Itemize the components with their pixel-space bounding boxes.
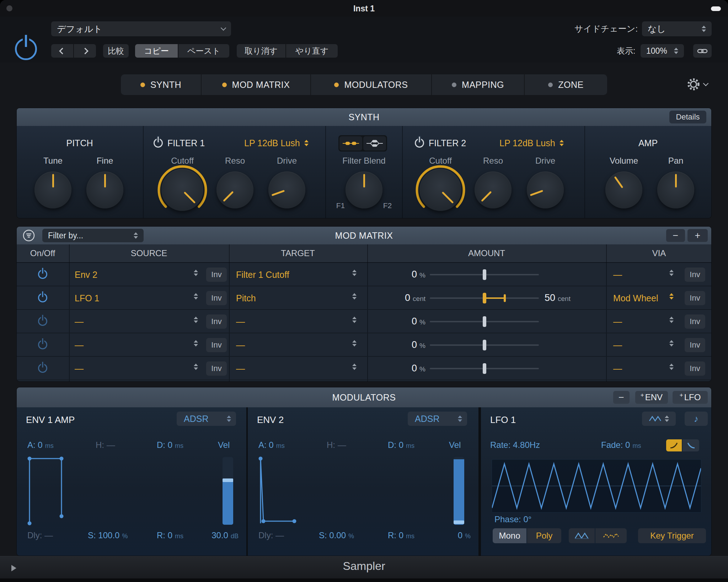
add-lfo-button[interactable]: +LFO <box>673 391 708 404</box>
volume-knob[interactable] <box>605 171 642 208</box>
tab-mapping[interactable]: MAPPING <box>432 74 525 95</box>
filter1-reso-knob[interactable] <box>216 171 253 208</box>
filter-parallel-button[interactable] <box>363 136 386 150</box>
filter1-type-select[interactable]: LP 12dB Lush <box>244 136 309 150</box>
sidechain-select[interactable]: なし <box>642 21 712 36</box>
source-select[interactable]: — <box>75 333 84 357</box>
env2-vel-amount[interactable]: 0% <box>458 530 471 540</box>
lfo-rate[interactable]: Rate: 4.80Hz <box>490 440 540 450</box>
lfo-shape-b-button[interactable] <box>595 528 627 543</box>
filter-list-button[interactable] <box>22 229 35 243</box>
filter-blend-knob[interactable] <box>346 171 382 208</box>
row-power-button[interactable] <box>38 364 47 374</box>
stepper-icon[interactable] <box>194 270 198 276</box>
via-select[interactable]: — <box>613 310 622 333</box>
stepper-icon[interactable] <box>669 340 674 346</box>
amount-slider[interactable] <box>430 344 539 346</box>
slider-thumb[interactable] <box>483 340 486 350</box>
tab-enabled-dot[interactable] <box>222 83 227 87</box>
filter2-type-select[interactable]: LP 12dB Lush <box>499 136 564 150</box>
tab-enabled-dot[interactable] <box>334 83 339 87</box>
stepper-icon[interactable] <box>669 364 674 370</box>
stepper-icon[interactable] <box>669 270 674 276</box>
target-select[interactable]: — <box>236 357 245 380</box>
env1-sustain[interactable]: S: 100.0% <box>88 530 128 540</box>
stepper-icon[interactable] <box>669 317 674 323</box>
fade-in-button[interactable] <box>666 439 682 451</box>
env1-vel-slider[interactable] <box>223 457 233 525</box>
filter-by-select[interactable]: Filter by... <box>42 229 144 242</box>
tune-knob[interactable] <box>34 171 71 208</box>
stepper-icon[interactable] <box>352 270 357 276</box>
env2-attack[interactable]: A: 0ms <box>258 440 285 450</box>
remove-row-button[interactable]: − <box>666 229 685 242</box>
amount-range-slider[interactable] <box>430 297 539 299</box>
env2-sustain[interactable]: S: 0.00% <box>319 530 354 540</box>
amount-slider[interactable] <box>430 274 539 275</box>
source-invert-button[interactable]: Inv <box>206 291 227 305</box>
add-env-button[interactable]: +ENV <box>635 391 668 404</box>
filter1-drive-knob[interactable] <box>268 171 305 208</box>
window-close-dot[interactable] <box>6 5 12 11</box>
stepper-icon[interactable] <box>352 293 357 300</box>
filter-series-button[interactable] <box>339 136 362 150</box>
zoom-select[interactable]: 100% <box>641 44 684 58</box>
source-select[interactable]: — <box>75 357 84 380</box>
copy-button[interactable]: コピー <box>135 44 178 58</box>
via-select[interactable]: — <box>613 357 622 380</box>
filter2-cutoff-knob[interactable] <box>419 169 461 211</box>
env1-delay[interactable]: Dly: — <box>27 530 53 540</box>
env1-mode-select[interactable]: ADSR <box>177 412 236 426</box>
range-end-handle[interactable] <box>504 294 506 302</box>
preset-select[interactable]: デフォルト <box>51 21 231 36</box>
undo-button[interactable]: 取り消す <box>237 44 285 58</box>
tab-mod-matrix[interactable]: MOD MATRIX <box>202 74 311 95</box>
source-invert-button[interactable]: Inv <box>206 338 227 352</box>
source-invert-button[interactable]: Inv <box>206 268 227 282</box>
filter2-power-button[interactable] <box>415 138 424 149</box>
env2-vel-slider[interactable] <box>454 457 464 525</box>
stepper-icon[interactable] <box>194 317 198 323</box>
nav-forward-button[interactable] <box>74 44 96 58</box>
env2-mode-select[interactable]: ADSR <box>408 412 467 426</box>
via-invert-button[interactable]: Inv <box>685 314 705 329</box>
via-select[interactable]: Mod Wheel <box>613 286 658 310</box>
tab-zone[interactable]: ZONE <box>525 74 607 95</box>
stepper-icon[interactable] <box>352 340 357 346</box>
via-select[interactable]: — <box>613 263 622 286</box>
tab-enabled-dot[interactable] <box>140 83 145 87</box>
lfo-key-trigger-button[interactable]: Key Trigger <box>638 528 706 543</box>
slider-thumb[interactable] <box>483 316 486 327</box>
remove-modulator-button[interactable]: − <box>613 391 630 404</box>
via-invert-button[interactable]: Inv <box>685 268 705 282</box>
env2-hold[interactable]: H: — <box>327 440 346 450</box>
stepper-icon[interactable] <box>194 364 198 370</box>
link-button[interactable] <box>693 44 712 58</box>
details-button[interactable]: Details <box>669 111 706 123</box>
env1-graph[interactable] <box>26 454 175 527</box>
add-row-button[interactable]: + <box>687 229 708 242</box>
compare-button[interactable]: 比較 <box>103 44 129 58</box>
row-power-button[interactable] <box>38 317 47 327</box>
stepper-icon[interactable] <box>352 317 357 323</box>
nav-back-button[interactable] <box>51 44 73 58</box>
env2-delay[interactable]: Dly: — <box>258 530 284 540</box>
target-select[interactable]: — <box>236 310 245 333</box>
source-select[interactable]: LFO 1 <box>75 286 99 310</box>
pan-knob[interactable] <box>657 171 694 208</box>
via-invert-button[interactable]: Inv <box>685 338 705 352</box>
action-menu-button[interactable] <box>687 78 708 91</box>
env2-decay[interactable]: D: 0ms <box>388 440 414 450</box>
lfo-phase[interactable]: Phase: 0° <box>494 514 531 524</box>
target-select[interactable]: Pitch <box>236 286 256 310</box>
stepper-icon[interactable] <box>194 293 198 300</box>
slider-thumb[interactable] <box>483 363 486 374</box>
lfo-shape-a-button[interactable] <box>569 528 595 543</box>
row-power-button[interactable] <box>38 293 47 304</box>
filter2-drive-knob[interactable] <box>527 171 564 208</box>
lfo-fade[interactable]: Fade: 0ms <box>601 440 641 450</box>
env1-release[interactable]: R: 0ms <box>157 530 183 540</box>
slider-thumb[interactable] <box>223 478 233 482</box>
paste-button[interactable]: ペースト <box>178 44 229 58</box>
env1-hold[interactable]: H: — <box>96 440 115 450</box>
